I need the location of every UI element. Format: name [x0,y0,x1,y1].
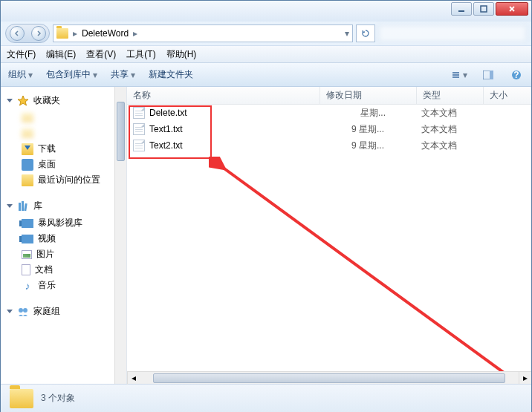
svg-point-12 [19,308,23,313]
refresh-button[interactable] [356,24,375,42]
content-body: 收藏夹 下载 桌面 最近访问的位置 库 暴风影视库 视频 图片 文档 ♪音乐 家… [1,87,531,384]
svg-rect-0 [458,10,464,12]
titlebar [1,1,531,22]
library-icon [17,200,29,212]
document-icon [22,264,30,275]
toolbar: 组织 ▾ 包含到库中 ▾ 共享 ▾ 新建文件夹 ▾ ? [1,63,531,87]
minimize-button[interactable] [451,2,472,16]
sidebar-item-documents[interactable]: 文档 [1,262,126,278]
recent-icon [22,174,33,186]
svg-text:?: ? [513,70,519,80]
breadcrumb-separator-icon: ▸ [133,28,137,39]
svg-rect-1 [481,6,487,12]
breadcrumb-separator-icon: ▸ [73,28,77,39]
breadcrumb-folder[interactable]: DeleteWord [82,28,129,39]
sidebar-item-recent[interactable]: 最近访问的位置 [1,172,126,188]
sidebar-item-desktop[interactable]: 桌面 [1,157,126,172]
homegroup-icon [17,306,29,318]
address-box[interactable]: ▸ DeleteWord ▸ ▾ [53,24,353,42]
column-name[interactable]: 名称 [127,87,320,104]
favorites-group[interactable]: 收藏夹 [1,93,126,108]
homegroup-group[interactable]: 家庭组 [1,304,126,319]
nav-back-forward [5,24,50,43]
file-row[interactable]: Text1.txt 9 星期... 文本文档 [127,121,531,137]
close-button[interactable] [496,2,528,16]
svg-rect-10 [22,201,24,211]
status-bar: 3 个对象 [1,384,531,412]
sidebar-item-videos[interactable]: 视频 [1,231,126,246]
preview-pane-button[interactable] [481,68,496,82]
history-dropdown-icon[interactable]: ▾ [345,28,349,39]
search-box[interactable] [378,24,527,42]
sidebar-item-storm[interactable]: 暴风影视库 [1,215,126,231]
sidebar-item-music[interactable]: ♪音乐 [1,278,126,293]
sidebar-scrollbar[interactable] [114,87,126,384]
share-menu[interactable]: 共享 ▾ [111,68,135,81]
video-icon [22,219,33,228]
maximize-button[interactable] [473,2,494,16]
new-folder-button[interactable]: 新建文件夹 [149,68,193,81]
navigation-pane: 收藏夹 下载 桌面 最近访问的位置 库 暴风影视库 视频 图片 文档 ♪音乐 家… [1,87,127,384]
organize-menu[interactable]: 组织 ▾ [8,68,33,81]
folder-icon [22,113,33,122]
svg-rect-9 [19,203,21,211]
include-in-library-menu[interactable]: 包含到库中 ▾ [46,68,97,81]
sidebar-item-blurred[interactable] [1,110,126,125]
menu-tools[interactable]: 工具(T) [126,48,155,61]
text-file-icon [133,107,145,119]
menu-file[interactable]: 文件(F) [7,48,36,61]
column-headers: 名称 修改日期 类型 大小 [127,87,531,105]
back-button[interactable] [10,26,25,41]
file-row[interactable]: Text2.txt 9 星期... 文本文档 [127,137,531,154]
view-options-button[interactable]: ▾ [452,68,467,82]
svg-rect-2 [452,72,459,73]
text-file-icon [133,140,145,151]
menubar: 文件(F) 编辑(E) 查看(V) 工具(T) 帮助(H) [1,45,531,63]
file-list: Delete.txt 星期... 文本文档 Text1.txt 9 星期... … [127,105,531,371]
svg-rect-11 [24,203,27,210]
file-name: Text1.txt [149,124,325,134]
desktop-icon [22,159,33,171]
annotation-arrow [209,157,531,371]
svg-line-14 [222,167,531,371]
svg-rect-4 [452,76,459,78]
address-bar: ▸ DeleteWord ▸ ▾ [1,22,531,45]
sidebar-item-blurred[interactable] [1,125,126,141]
text-file-icon [133,123,145,135]
sidebar-item-downloads[interactable]: 下载 [1,141,126,157]
libraries-group[interactable]: 库 [1,198,126,214]
menu-view[interactable]: 查看(V) [86,48,116,61]
horizontal-scrollbar[interactable]: ◂▸ [127,371,531,384]
video-icon [22,235,33,243]
menu-help[interactable]: 帮助(H) [166,48,197,61]
download-icon [22,143,33,155]
help-button[interactable]: ? [509,68,524,82]
column-date[interactable]: 修改日期 [320,87,417,104]
status-count: 3 个对象 [41,392,75,405]
folder-icon [22,128,33,138]
forward-button[interactable] [31,26,46,41]
file-list-area: 名称 修改日期 类型 大小 Delete.txt 星期... 文本文档 Text… [127,87,531,384]
svg-rect-6 [490,71,493,79]
file-name: Delete.txt [149,108,325,118]
folder-icon [10,389,33,408]
column-type[interactable]: 类型 [417,87,484,104]
explorer-window: ▸ DeleteWord ▸ ▾ 文件(F) 编辑(E) 查看(V) 工具(T)… [0,0,532,412]
music-icon: ♪ [22,280,33,292]
column-size[interactable]: 大小 [484,87,531,104]
sidebar-item-pictures[interactable]: 图片 [1,246,126,262]
svg-point-13 [23,308,27,313]
menu-edit[interactable]: 编辑(E) [46,48,76,61]
file-name: Text2.txt [149,140,325,151]
picture-icon [22,250,32,259]
svg-rect-3 [452,74,459,76]
folder-icon [56,28,68,39]
file-row[interactable]: Delete.txt 星期... 文本文档 [127,105,531,121]
star-icon [17,95,29,107]
